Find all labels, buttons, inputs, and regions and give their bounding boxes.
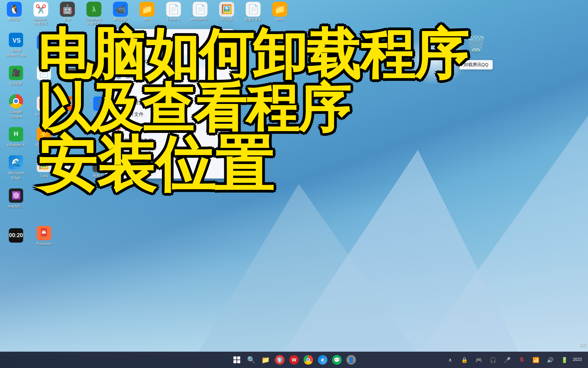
tray-battery[interactable]: 🔋 (558, 354, 571, 366)
desktop-icon-newtxt[interactable]: 📄 新建文本文 (242, 2, 265, 26)
uninstall2-label: 卸 (125, 164, 129, 170)
popup-item-uninstall-qq[interactable]: 🗑️ 卸载腾讯QQ (111, 56, 229, 67)
taskbar-chrome-button[interactable] (302, 354, 314, 366)
taskbar-avatar-button[interactable]: 👤 (345, 354, 357, 366)
tray-mic[interactable]: 🎤 (501, 354, 513, 366)
1txt-icon-label: 1.txt (40, 81, 48, 86)
openfile-icon: 📁 (115, 112, 121, 117)
desktop-icon-meeting[interactable]: 📹 腾讯会议 (109, 2, 132, 26)
taskbar-360-button[interactable]: 🛡️ (274, 354, 286, 366)
everything-icon-label: Everyt... (65, 112, 79, 117)
everything-icon-img: 🔍 (65, 96, 79, 111)
popup-item-admin[interactable]: 🗂️ 以管理员运行 (111, 97, 229, 109)
desktop-icon-timer[interactable]: 00:20 (3, 221, 29, 250)
ev-icon-label: EV录屏 (10, 81, 22, 86)
desktop-icon-edge[interactable]: 🌊 MicrosoftEdge (3, 153, 29, 182)
desktop-icon-emu4[interactable]: 📱 电模拟4 (86, 153, 113, 182)
mountain-1 (282, 150, 520, 354)
popup-item-openfile[interactable]: 📁 打开文件 (111, 109, 229, 120)
kuwo-icon-label: 酷 (42, 51, 46, 55)
popup-item-open[interactable]: ↗ 打开 (111, 86, 229, 97)
desktop-icon-blank1[interactable]: 🖼️ (59, 61, 85, 90)
desktop-icon-websitena[interactable]: 📄 webSiteNa... (189, 2, 212, 26)
tray-headphone[interactable]: 🎧 (487, 354, 499, 366)
react-icon-img: ⚛️ (9, 188, 23, 203)
postman-icon-label: Postman (36, 242, 51, 246)
desktop-icon-howto[interactable]: 📄 1.How to (162, 2, 185, 26)
desktop-icon-everything[interactable]: 🔍 Everyt... (59, 92, 85, 121)
azip-icon-label: azip (144, 17, 150, 21)
unknown1-icon-img: 📄 (65, 37, 79, 52)
popup-item-pin-taskbar[interactable]: 📌 固定到任务栏 (111, 135, 229, 147)
desktop-icon-ev[interactable]: 🎥 EV录屏 (3, 61, 29, 90)
meeting-icon-label: 腾讯会议 (114, 17, 127, 21)
desktop-icon-1txt[interactable]: 📄 1.txt (31, 61, 57, 90)
websitena-icon-label: webSiteNa... (191, 17, 210, 21)
desktop-icon-3jpg[interactable]: 🖼️ 3.jpg (31, 153, 57, 182)
tray-game[interactable]: 🎮 (473, 354, 485, 366)
recycle-bin-icon[interactable]: 🗑️ (462, 31, 490, 58)
taskbar-explorer-button[interactable]: 📁 (259, 354, 272, 366)
snow-cap (401, 34, 469, 85)
snipaste-icon-label: Snipaste...快捷方式 (33, 17, 49, 26)
uninstall-update-label: 卸载更新 (125, 152, 144, 158)
newtxt-icon-img: 📄 (246, 2, 261, 17)
desktop-icon-react[interactable]: ⚛️ reactyin... (3, 184, 29, 213)
desktop-icon-unknown1[interactable]: 📄 (59, 31, 85, 60)
react-icon-label: reactyin... (8, 204, 24, 209)
desktop-icon-postman[interactable]: 📮 Postman (31, 221, 57, 250)
pin-taskbar-label: 固定到任务栏 (125, 138, 153, 144)
desktop-icon-multiopen[interactable]: ⚡ 电多开器4 (31, 123, 57, 152)
azip-icon-img: 📁 (140, 2, 154, 17)
qq-uninstall-popup: 🐧 卸载腾讯QQ 应用 🗑️ 卸载腾讯QQ ⚙️ 添加或删除程序 ↗ 打开 🗂️… (105, 29, 235, 179)
recycle-bin-area: 🗑️ 卸载腾讯QQ (459, 31, 493, 70)
cmder-icon-img: λ (86, 2, 101, 17)
desktop-icon-study[interactable]: 📄 study... (59, 153, 85, 182)
popup-qq-icon: 🐧 (114, 37, 128, 51)
popup-item-add-remove[interactable]: ⚙️ 添加或删除程序 (111, 71, 229, 82)
tray-s[interactable]: S (516, 354, 528, 366)
popup-item-pin-start[interactable]: 📌 固定到开始 (111, 123, 229, 135)
popup-item-uninstall-update[interactable]: 🔄 卸载更新 (111, 150, 229, 161)
taskbar-edge-button[interactable]: e (316, 354, 329, 366)
desktop-icon-hbuilder[interactable]: H HBuilder X (3, 123, 29, 152)
popup-header-text: 卸载腾讯QQ 应用 (131, 39, 158, 50)
google-chrome-row: GoogleChrome 🖼️ avatar.png 🔍 Everyt... (3, 92, 85, 121)
hbuilder-icon-label: HBuilder X (7, 143, 25, 147)
tray-lock[interactable]: 🔒 (458, 354, 471, 366)
taskbar-avatar-circle: 👤 (346, 355, 356, 365)
web3-icon-label: web3 (276, 17, 284, 21)
open-icon: ↗ (115, 89, 119, 94)
taskbar-edge-circle: e (318, 355, 327, 365)
tray-wifi[interactable]: 📶 (530, 354, 542, 366)
taskbar-wps-button[interactable]: W (288, 354, 300, 366)
desktop-icon-qqpic[interactable]: 🖼️ QQ试图 (215, 2, 238, 26)
desktop-icon-web3[interactable]: 📁 web3 (268, 2, 291, 26)
popup-header-row: 🐧 卸载腾讯QQ 应用 (111, 35, 229, 56)
study-icon-img: 📄 (65, 158, 79, 172)
desktop-icon-chrome[interactable]: GoogleChrome (3, 92, 29, 121)
desktop-icon-cmder[interactable]: λ Cmder.exe-快捷方式 (82, 2, 105, 26)
pin-taskbar-icon: 📌 (115, 138, 121, 143)
taskbar: 🔍 📁 🛡️ W e 💬 (0, 352, 588, 368)
taskbar-wechat-button[interactable]: 💬 (331, 354, 343, 366)
tray-volume[interactable]: 🔊 (544, 354, 556, 366)
desktop-icon-azip[interactable]: 📁 azip (135, 2, 159, 26)
desktop-icon-avatar[interactable]: 🖼️ avatar.png (31, 92, 57, 121)
desktop-icon-vscode[interactable]: VS VisualStudio Code (3, 31, 29, 60)
hbuilder-icon-img: H (9, 127, 23, 141)
desktop-icon-biyong[interactable]: 🤖 必勇 (56, 2, 79, 26)
desktop-icon-qqcaiyin[interactable]: 🎵 QQ彩音 (87, 92, 114, 121)
uninstall-update-icon: 🔄 (115, 153, 121, 158)
taskbar-datetime: 2023 (573, 357, 582, 363)
taskbar-search-button[interactable]: 🔍 (245, 354, 257, 366)
taskbar-wechat-circle: 💬 (332, 355, 342, 365)
desktop-icon-snipaste[interactable]: ✂️ Snipaste...快捷方式 (29, 2, 52, 26)
desktop-icon-qq[interactable]: 🐧 腾讯QQ (3, 2, 26, 26)
taskbar-windows-button[interactable] (231, 354, 243, 366)
tray-expand[interactable]: ∧ (444, 354, 456, 366)
desktop-icon-kuwo[interactable]: K 酷 (31, 31, 57, 60)
vscode-icon-label: VisualStudio Code (6, 48, 27, 57)
popup-item-uninstall2[interactable]: 🗑️ 卸 (111, 161, 229, 173)
howto-icon-img: 📄 (166, 2, 181, 17)
